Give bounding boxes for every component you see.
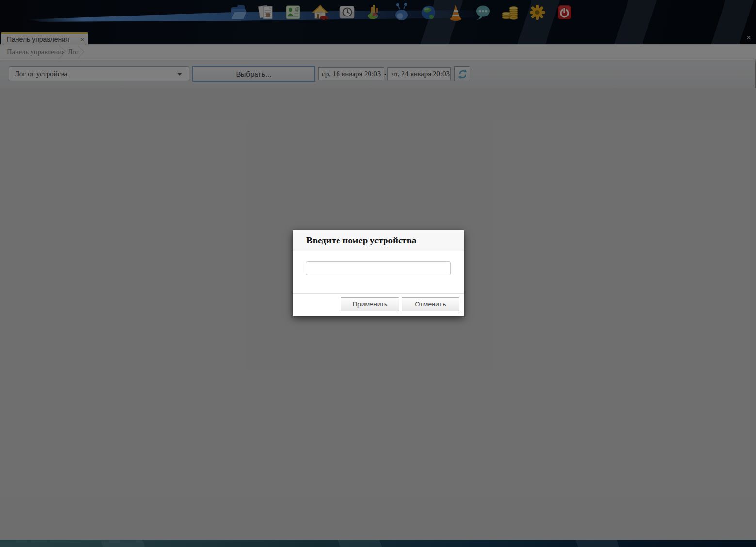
device-number-dialog: Введите номер устройства Применить Отмен… — [293, 230, 464, 316]
cancel-button[interactable]: Отменить — [402, 297, 459, 311]
apply-button[interactable]: Применить — [341, 297, 399, 311]
dialog-header: Введите номер устройства — [293, 230, 464, 251]
dialog-footer-divider — [293, 293, 464, 294]
dialog-title: Введите номер устройства — [293, 230, 464, 251]
device-number-input[interactable] — [306, 261, 451, 275]
desktop-screen: @ — [0, 0, 756, 547]
